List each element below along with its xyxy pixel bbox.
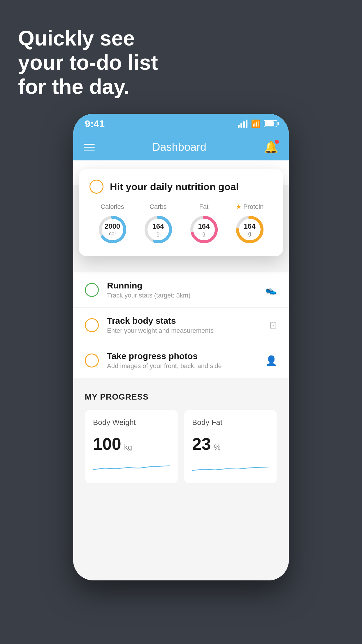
protein-label-row: ★ Protein (236, 203, 264, 211)
progress-title: MY PROGRESS (85, 392, 277, 402)
running-subtitle: Track your stats (target: 5km) (107, 292, 257, 299)
fat-label: Fat (199, 203, 209, 211)
nutrition-item-protein: ★ Protein 164 g (234, 203, 266, 246)
fat-unit: g (198, 231, 210, 237)
protein-unit: g (244, 231, 255, 237)
body-fat-title: Body Fat (192, 418, 269, 427)
body-weight-value-row: 100 kg (93, 434, 170, 454)
carbs-value: 164 (152, 222, 164, 231)
battery-icon (264, 120, 277, 127)
todo-item-body-stats[interactable]: Track body stats Enter your weight and m… (73, 308, 289, 343)
fat-donut: 164 g (188, 214, 220, 246)
signal-icon (238, 120, 247, 128)
body-stats-subtitle: Enter your weight and measurements (107, 327, 261, 335)
todo-item-running[interactable]: Running Track your stats (target: 5km) 👟 (73, 272, 289, 308)
photos-circle (85, 354, 99, 368)
calories-unit: cal (105, 231, 120, 237)
hamburger-menu-button[interactable] (84, 144, 95, 150)
nutrition-goal-circle[interactable] (89, 180, 103, 194)
body-fat-unit: % (214, 443, 221, 452)
body-fat-chart (192, 459, 269, 474)
notifications-button[interactable]: 🔔 (264, 140, 278, 154)
wifi-icon: 📶 (251, 119, 260, 128)
protein-star-icon: ★ (236, 203, 242, 211)
running-text: Running Track your stats (target: 5km) (107, 281, 257, 299)
body-stats-title: Track body stats (107, 316, 261, 326)
nutrition-item-calories: Calories 2000 cal (96, 203, 129, 246)
progress-section: MY PROGRESS Body Weight 100 kg (73, 378, 289, 483)
status-bar: 9:41 📶 (73, 114, 289, 134)
body-stats-text: Track body stats Enter your weight and m… (107, 316, 261, 335)
status-icons: 📶 (238, 119, 277, 128)
calories-donut: 2000 cal (96, 214, 129, 246)
body-fat-card[interactable]: Body Fat 23 % (184, 410, 277, 483)
calories-value: 2000 (105, 222, 120, 231)
body-weight-card[interactable]: Body Weight 100 kg (85, 410, 178, 483)
body-weight-chart (93, 459, 170, 474)
running-icon: 👟 (266, 284, 277, 295)
nutrition-item-carbs: Carbs 164 g (142, 203, 174, 246)
protein-donut: 164 g (234, 214, 266, 246)
carbs-donut: 164 g (142, 214, 174, 246)
nutrition-item-fat: Fat 164 g (188, 203, 220, 246)
fat-value: 164 (198, 222, 210, 231)
running-title: Running (107, 281, 257, 290)
photos-subtitle: Add images of your front, back, and side (107, 362, 257, 370)
body-stats-circle (85, 318, 99, 332)
scale-icon: ⊡ (269, 320, 277, 331)
phone-frame: 9:41 📶 Dashboa (73, 114, 289, 580)
phone-container: 9:41 📶 Dashboa (73, 114, 289, 580)
hero-line1: Quickly see your to-do list for the day. (18, 27, 158, 98)
photos-title: Take progress photos (107, 351, 257, 361)
todo-item-photos[interactable]: Take progress photos Add images of your … (73, 343, 289, 378)
photos-text: Take progress photos Add images of your … (107, 351, 257, 370)
protein-value: 164 (244, 222, 255, 231)
person-icon: 👤 (266, 355, 277, 366)
status-time: 9:41 (85, 118, 105, 130)
progress-cards: Body Weight 100 kg Body Fat 23 (85, 410, 277, 483)
phone-content: THINGS TO DO TODAY Hit your daily nutrit… (73, 160, 289, 580)
body-weight-unit: kg (124, 443, 132, 452)
card-title-row: Hit your daily nutrition goal (89, 180, 273, 194)
body-weight-title: Body Weight (93, 418, 170, 427)
carbs-label: Carbs (150, 203, 167, 211)
protein-label: Protein (243, 203, 264, 211)
nutrition-card-title: Hit your daily nutrition goal (110, 181, 239, 192)
notification-dot (275, 140, 279, 144)
nav-bar: Dashboard 🔔 (73, 134, 289, 160)
body-fat-value-row: 23 % (192, 434, 269, 454)
body-fat-value: 23 (192, 434, 211, 454)
nav-title: Dashboard (152, 141, 206, 153)
todo-list: Running Track your stats (target: 5km) 👟… (73, 272, 289, 378)
nutrition-grid: Calories 2000 cal (89, 203, 273, 246)
calories-label: Calories (101, 203, 124, 211)
body-weight-value: 100 (93, 434, 121, 454)
hero-text: Quickly see your to-do list for the day. (18, 26, 158, 99)
nutrition-card: Hit your daily nutrition goal Calories (79, 169, 283, 256)
carbs-unit: g (152, 231, 164, 237)
running-circle (85, 283, 99, 297)
